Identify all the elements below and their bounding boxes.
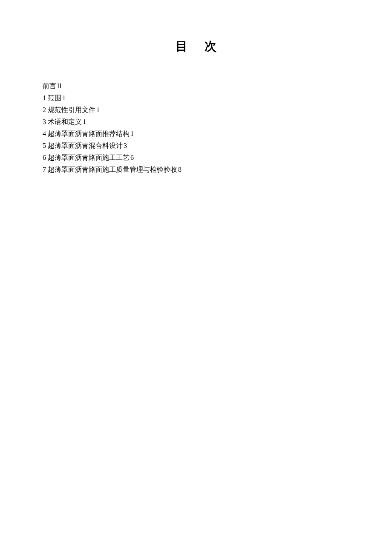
toc-item-page: 1 <box>62 94 66 101</box>
toc-item-page: 8 <box>178 166 182 173</box>
toc-item-label: 2 规范性引用文件 <box>43 106 95 113</box>
toc-item-page: 1 <box>83 118 86 125</box>
toc-list: 前言II 1 范围1 2 规范性引用文件1 3 术语和定义1 4 超薄罩面沥青路… <box>43 80 349 176</box>
toc-item: 4 超薄罩面沥青路面推荐结构1 <box>43 128 349 140</box>
toc-item: 2 规范性引用文件1 <box>43 104 349 116</box>
toc-item-label: 7 超薄罩面沥青路面施工质量管理与检验验收 <box>43 166 177 173</box>
toc-title: 目次 <box>43 38 349 55</box>
toc-item-page: II <box>57 82 62 90</box>
toc-item-label: 3 术语和定义 <box>43 118 82 125</box>
toc-item: 6 超薄罩面沥青路面施工工艺6 <box>43 152 349 164</box>
toc-item-label: 4 超薄罩面沥青路面推荐结构 <box>43 130 130 137</box>
toc-item: 7 超薄罩面沥青路面施工质量管理与检验验收8 <box>43 164 349 176</box>
document-page: 目次 前言II 1 范围1 2 规范性引用文件1 3 术语和定义1 4 超薄罩面… <box>0 0 392 176</box>
toc-item-label: 6 超薄罩面沥青路面施工工艺 <box>43 154 130 161</box>
toc-item: 1 范围1 <box>43 92 349 104</box>
toc-item-page: 6 <box>130 154 134 161</box>
toc-item-page: 3 <box>124 142 127 149</box>
toc-item: 5 超薄罩面沥青混合料设计3 <box>43 140 349 152</box>
toc-item-page: 1 <box>96 106 100 113</box>
toc-item-label: 5 超薄罩面沥青混合料设计 <box>43 142 123 149</box>
toc-item-page: 1 <box>130 130 134 137</box>
toc-item: 3 术语和定义1 <box>43 116 349 128</box>
toc-item-label: 1 范围 <box>43 94 61 101</box>
toc-item: 前言II <box>43 80 349 92</box>
toc-item-label: 前言 <box>43 82 56 90</box>
